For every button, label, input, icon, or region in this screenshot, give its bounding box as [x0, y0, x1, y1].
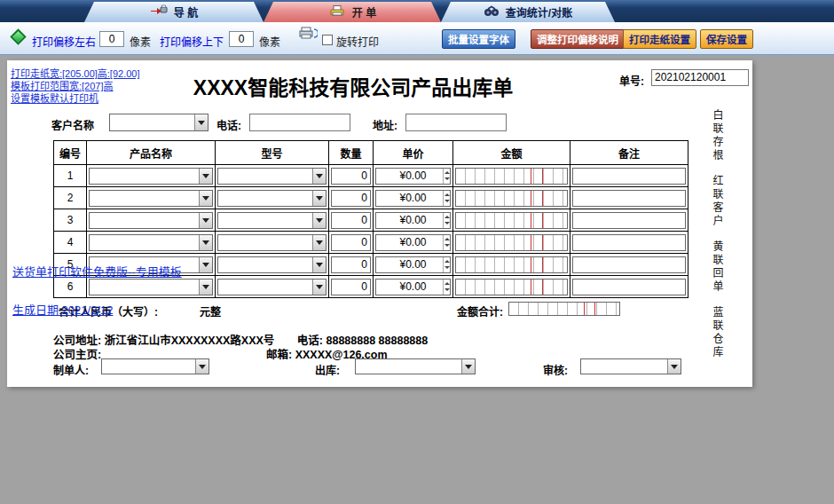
binoculars-icon	[484, 5, 500, 20]
product-name-combo[interactable]	[89, 212, 213, 229]
spinner-icon[interactable]	[443, 169, 450, 184]
chevron-down-icon[interactable]	[461, 359, 475, 374]
outbound-combo[interactable]	[355, 358, 476, 374]
pixel-unit-label: 像素	[130, 34, 151, 49]
unit-price-input[interactable]: ¥0.00	[375, 168, 451, 185]
offset-lr-input[interactable]: 0	[99, 31, 124, 47]
tab-query-stats-label: 查询统计/对账	[506, 4, 572, 20]
unit-price-input[interactable]: ¥0.00	[375, 256, 451, 273]
offset-ud-label: 打印偏移上下	[160, 34, 224, 49]
chevron-down-icon[interactable]	[312, 191, 326, 206]
audit-combo[interactable]	[580, 358, 681, 374]
copy-red-customer: 红联客户	[710, 175, 725, 228]
quantity-value: 0	[361, 258, 367, 271]
gen-date-link[interactable]: 生成日期:2021/2/12	[12, 301, 113, 318]
model-combo[interactable]	[217, 256, 327, 273]
chevron-down-icon[interactable]	[312, 213, 326, 228]
spinner-icon[interactable]	[443, 280, 450, 295]
tab-query-stats[interactable]: 查询统计/对账	[441, 2, 615, 22]
diamond-icon	[9, 28, 28, 47]
amount-grid	[455, 190, 568, 207]
quantity-value: 0	[361, 236, 367, 248]
unit-price-input[interactable]: ¥0.00	[375, 234, 451, 251]
chevron-down-icon[interactable]	[195, 359, 208, 374]
quantity-input[interactable]: 0	[331, 190, 371, 207]
model-combo[interactable]	[217, 212, 327, 229]
maker-combo[interactable]	[101, 358, 209, 374]
chevron-down-icon[interactable]	[312, 280, 326, 295]
quantity-input[interactable]: 0	[331, 256, 371, 273]
save-settings-button[interactable]: 保存设置	[700, 29, 753, 49]
address-input[interactable]	[405, 114, 507, 131]
spinner-icon[interactable]	[443, 257, 450, 272]
maker-label: 制单人:	[53, 362, 89, 377]
paper-feed-button[interactable]: 打印走纸设置	[623, 29, 696, 49]
spinner-icon[interactable]	[443, 235, 450, 250]
invoice-folder-icon	[328, 4, 346, 20]
col-header-qty: 数量	[329, 141, 374, 165]
chevron-down-icon[interactable]	[312, 169, 326, 184]
tab-navigation[interactable]: 导 航	[84, 2, 264, 22]
rotate-print-checkbox[interactable]	[322, 35, 333, 45]
customer-name-label: 客户名称	[51, 117, 94, 132]
offset-ud-input[interactable]: 0	[229, 31, 254, 47]
phone-input[interactable]	[249, 114, 350, 131]
tab-billing[interactable]: 开 单	[264, 2, 441, 22]
chevron-down-icon[interactable]	[199, 169, 212, 184]
remark-input[interactable]	[572, 190, 686, 207]
table-header-row: 编号 产品名称 型号 数量 单价 金额 备注	[54, 141, 688, 165]
spinner-icon[interactable]	[443, 191, 450, 206]
order-no-label: 单号:	[619, 73, 644, 88]
chevron-down-icon[interactable]	[194, 114, 208, 130]
quantity-input[interactable]: 0	[331, 279, 371, 295]
model-combo[interactable]	[217, 234, 327, 251]
amount-grid	[455, 234, 568, 251]
model-combo[interactable]	[217, 279, 327, 295]
unit-price-input[interactable]: ¥0.00	[375, 190, 451, 207]
copy-labels: 白联存根 红联客户 黄联回单 蓝联仓库	[710, 109, 725, 359]
unit-price-value: ¥0.00	[399, 214, 426, 226]
chevron-down-icon[interactable]	[199, 191, 212, 206]
remark-input[interactable]	[572, 234, 686, 251]
quantity-value: 0	[361, 214, 367, 226]
chevron-down-icon[interactable]	[667, 359, 681, 374]
col-header-product: 产品名称	[87, 141, 216, 165]
copy-yellow-receipt: 黄联回单	[710, 240, 725, 294]
product-name-combo[interactable]	[89, 190, 213, 207]
default-printer-link[interactable]: 设置模板默认打印机	[11, 91, 98, 105]
offset-help-button[interactable]: 调整打印偏移说明	[531, 29, 625, 49]
spinner-icon[interactable]	[443, 213, 450, 228]
unit-price-input[interactable]: ¥0.00	[375, 279, 451, 295]
col-header-no: 编号	[54, 141, 87, 165]
model-combo[interactable]	[217, 190, 327, 207]
remark-input[interactable]	[572, 279, 686, 295]
model-combo[interactable]	[217, 168, 327, 185]
remark-input[interactable]	[572, 212, 686, 229]
chevron-down-icon[interactable]	[199, 280, 212, 295]
table-row: 3 0 ¥0.00	[54, 209, 688, 232]
product-name-combo[interactable]	[89, 234, 213, 251]
tab-bar: 导 航 开 单 查询统计/对账	[0, 0, 834, 22]
offset-lr-label: 打印偏移左右	[32, 34, 96, 49]
remark-input[interactable]	[572, 168, 686, 185]
watermark-link[interactable]: 送货单打印软件免费版--专用模板	[12, 263, 182, 280]
unit-price-input[interactable]: ¥0.00	[375, 212, 451, 229]
chevron-down-icon[interactable]	[199, 213, 212, 228]
chevron-down-icon[interactable]	[199, 235, 212, 250]
chevron-down-icon[interactable]	[199, 257, 212, 272]
customer-name-combo[interactable]	[109, 114, 208, 131]
product-name-combo[interactable]	[89, 168, 213, 185]
remark-input[interactable]	[572, 256, 686, 273]
order-no-input[interactable]: 202102120001	[651, 69, 749, 86]
chevron-down-icon[interactable]	[312, 257, 326, 272]
amount-grid	[455, 212, 568, 229]
table-row: 2 0 ¥0.00	[54, 187, 688, 209]
quantity-input[interactable]: 0	[331, 168, 371, 185]
chevron-down-icon[interactable]	[312, 235, 326, 250]
toolbar: 打印偏移左右 0 像素 打印偏移上下 0 像素 旋转打印 批量设置字体 调整打印…	[0, 22, 834, 55]
batch-font-button[interactable]: 批量设置字体	[442, 29, 515, 49]
product-name-combo[interactable]	[89, 279, 213, 295]
audit-label: 审核:	[543, 362, 568, 377]
quantity-input[interactable]: 0	[331, 234, 371, 251]
quantity-input[interactable]: 0	[331, 212, 371, 229]
